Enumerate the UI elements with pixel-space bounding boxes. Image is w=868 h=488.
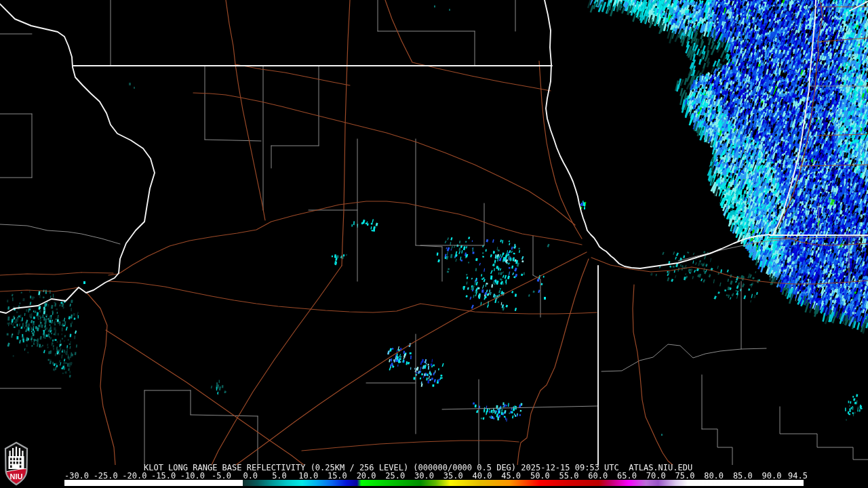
niu-logo: NIU [3, 441, 30, 486]
scale-label: 85.0 [733, 471, 753, 481]
scale-label: 60.0 [588, 471, 608, 481]
radar-app-window: NIU KLOT LONG RANGE BASE REFLECTIVITY (0… [0, 0, 868, 488]
scale-label: 5.0 [272, 471, 287, 481]
scale-label: 45.0 [501, 471, 521, 481]
scale-label: 20.0 [357, 471, 376, 481]
colorbar-labels: -30.0-25.0-20.0-15.0-10.0-5.00.05.010.01… [0, 471, 868, 479]
scale-label: -25.0 [94, 471, 118, 481]
scale-label: -10.0 [180, 471, 205, 481]
scale-label: 30.0 [414, 471, 434, 481]
scale-label: -20.0 [122, 471, 146, 481]
scale-label: -5.0 [212, 471, 231, 481]
scale-label: 65.0 [617, 471, 637, 481]
scale-label: -30.0 [64, 471, 89, 481]
scale-label: 90.0 [762, 471, 782, 481]
scale-label: 55.0 [559, 471, 579, 481]
scale-label: 80.0 [704, 471, 724, 481]
scale-label: 10.0 [298, 471, 318, 481]
scale-label: 94.5 [788, 471, 808, 481]
reflectivity-colorbar [64, 480, 804, 486]
scale-label: 40.0 [472, 471, 492, 481]
scale-label: 0.0 [243, 471, 258, 481]
scale-label: 75.0 [675, 471, 694, 481]
scale-label: -15.0 [151, 471, 176, 481]
radar-map-canvas[interactable] [0, 0, 868, 465]
scale-label: 15.0 [328, 471, 347, 481]
scale-label: 70.0 [646, 471, 666, 481]
scale-label: 50.0 [530, 471, 550, 481]
scale-label: 25.0 [385, 471, 405, 481]
scale-label: 35.0 [443, 471, 463, 481]
